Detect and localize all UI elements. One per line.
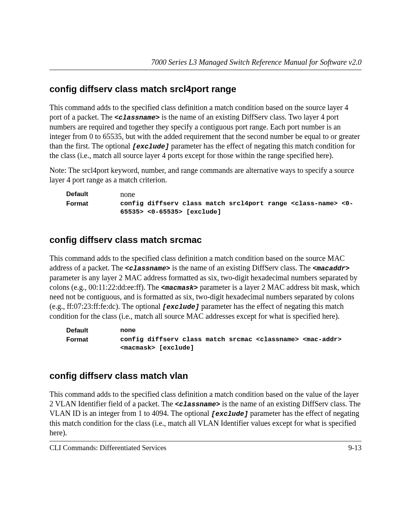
body-paragraph: This command adds to the specified class… — [49, 103, 362, 160]
section-heading: config diffserv class match vlan — [49, 371, 362, 381]
default-value: none — [120, 190, 135, 199]
text-run: is the name of an existing DiffServ clas… — [170, 264, 312, 272]
section-heading: config diffserv class match srcmac — [49, 235, 362, 245]
document-page: 7000 Series L3 Managed Switch Reference … — [0, 0, 411, 532]
param-macmask: <macmask> — [161, 284, 198, 292]
param-classname: <classname> — [115, 114, 160, 121]
param-exclude: [exclude] — [132, 143, 169, 150]
param-exclude: [exclude] — [162, 303, 199, 311]
format-row: Format config diffserv class match srcma… — [66, 335, 362, 352]
default-value: none — [120, 326, 136, 335]
default-row: Default none — [66, 190, 362, 199]
default-row: Default none — [66, 326, 362, 335]
param-classname: <classname> — [125, 265, 170, 272]
definition-list: Default none Format config diffserv clas… — [66, 190, 362, 216]
section-heading: config diffserv class match srcl4port ra… — [49, 84, 362, 94]
page-footer: CLI Commands: Differentiated Services 9-… — [49, 441, 362, 452]
param-classname: <classname> — [175, 401, 220, 408]
footer-page-number: 9-13 — [348, 444, 362, 452]
format-value: config diffserv class match srcmac <clas… — [120, 335, 362, 352]
format-value: config diffserv class match srcl4port ra… — [120, 200, 362, 216]
format-label: Format — [66, 335, 120, 343]
body-paragraph: Note: The srcl4port keyword, number, and… — [49, 166, 362, 185]
format-row: Format config diffserv class match srcl4… — [66, 200, 362, 216]
param-macaddr: <macaddr> — [312, 265, 349, 272]
default-label: Default — [66, 326, 120, 334]
default-label: Default — [66, 190, 120, 198]
body-paragraph: This command adds to the specified class… — [49, 390, 362, 438]
body-paragraph: This command adds to the specified class… — [49, 254, 362, 321]
param-exclude: [exclude] — [211, 410, 248, 418]
running-header: 7000 Series L3 Managed Switch Reference … — [49, 58, 362, 70]
format-label: Format — [66, 200, 120, 208]
footer-left: CLI Commands: Differentiated Services — [49, 444, 166, 452]
definition-list: Default none Format config diffserv clas… — [66, 326, 362, 352]
